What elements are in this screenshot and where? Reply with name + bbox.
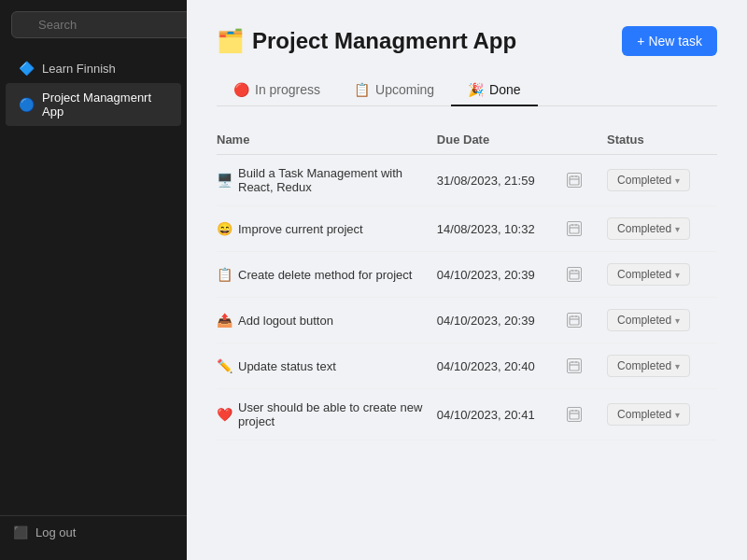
sidebar-footer: ⬛ Log out xyxy=(0,515,187,549)
col-cal-header xyxy=(567,125,607,155)
sidebar-item-label-project-management: Project Managmenrt App xyxy=(42,91,168,119)
sidebar-nav: 🔷 Learn Finnish 🔵 Project Managmenrt App xyxy=(0,49,187,515)
task-status-cell: Completed ▾ xyxy=(607,389,717,441)
col-date-header: Due Date xyxy=(437,125,567,155)
table-row: 📋 Create delete method for project 04/10… xyxy=(217,252,717,298)
task-date: 14/08/2023, 10:32 xyxy=(437,206,567,252)
svg-rect-0 xyxy=(570,176,579,185)
task-name: Build a Task Management with React, Redu… xyxy=(238,166,426,194)
sidebar-search-area: 🔍 + xyxy=(0,11,187,49)
table-row: ❤️ User should be able to create new pro… xyxy=(217,389,717,441)
task-emoji: 📋 xyxy=(217,267,233,282)
task-emoji: ✏️ xyxy=(217,358,233,373)
sidebar-item-icon-project-management: 🔵 xyxy=(19,97,35,112)
tab-label-in-progress: In progress xyxy=(255,82,320,97)
logout-button[interactable]: ⬛ Log out xyxy=(13,525,174,539)
tab-icon-in-progress: 🔴 xyxy=(233,82,249,97)
sidebar: 🔍 + 🔷 Learn Finnish 🔵 Project Managmenrt… xyxy=(0,0,187,560)
status-badge[interactable]: Completed ▾ xyxy=(607,403,690,426)
status-badge[interactable]: Completed ▾ xyxy=(607,355,690,377)
task-status-cell: Completed ▾ xyxy=(607,155,717,206)
task-date: 04/10/2023, 20:39 xyxy=(437,252,567,298)
task-emoji: 📤 xyxy=(217,313,233,328)
tab-label-upcoming: Upcoming xyxy=(375,82,434,97)
new-task-button[interactable]: + New task xyxy=(622,26,717,56)
status-badge[interactable]: Completed ▾ xyxy=(607,309,690,331)
table-body: 🖥️ Build a Task Management with React, R… xyxy=(217,155,717,441)
task-name: Create delete method for project xyxy=(238,268,412,282)
sidebar-item-icon-learn-finnish: 🔷 xyxy=(19,61,35,76)
task-cal-icon[interactable] xyxy=(567,389,607,441)
task-cal-icon[interactable] xyxy=(567,155,607,206)
project-title-text: Project Managmenrt App xyxy=(252,28,516,54)
tab-done[interactable]: 🎉 Done xyxy=(451,75,537,106)
tab-icon-done: 🎉 xyxy=(468,82,484,97)
col-name-header: Name xyxy=(217,125,437,155)
calendar-icon[interactable] xyxy=(567,358,582,373)
task-status-cell: Completed ▾ xyxy=(607,206,717,252)
logout-icon: ⬛ xyxy=(13,525,28,539)
table-row: 📤 Add logout button 04/10/2023, 20:39 xyxy=(217,298,717,343)
main-content: 🗂️ Project Managmenrt App + New task 🔴 I… xyxy=(187,0,747,560)
task-name-cell: 🖥️ Build a Task Management with React, R… xyxy=(217,155,437,206)
task-name: User should be able to create new projec… xyxy=(238,400,426,428)
task-status-cell: Completed ▾ xyxy=(607,252,717,298)
project-title: 🗂️ Project Managmenrt App xyxy=(217,28,516,54)
status-label: Completed xyxy=(617,408,671,421)
main-header: 🗂️ Project Managmenrt App + New task xyxy=(217,26,717,56)
col-status-header: Status xyxy=(607,125,717,155)
calendar-icon[interactable] xyxy=(567,173,582,188)
task-cal-icon[interactable] xyxy=(567,343,607,389)
task-name: Update status text xyxy=(238,359,336,373)
svg-rect-16 xyxy=(570,362,579,371)
svg-rect-20 xyxy=(570,411,579,419)
task-cal-icon[interactable] xyxy=(567,252,607,298)
task-name-cell: 📤 Add logout button xyxy=(217,298,437,343)
task-cal-icon[interactable] xyxy=(567,206,607,252)
task-name-cell: ✏️ Update status text xyxy=(217,343,437,389)
calendar-icon[interactable] xyxy=(567,267,582,282)
status-label: Completed xyxy=(617,359,671,372)
sidebar-item-learn-finnish[interactable]: 🔷 Learn Finnish xyxy=(6,53,181,83)
task-name: Improve current project xyxy=(238,222,363,236)
task-status-cell: Completed ▾ xyxy=(607,298,717,343)
status-label: Completed xyxy=(617,174,671,187)
tab-in-progress[interactable]: 🔴 In progress xyxy=(217,75,337,106)
tab-label-done: Done xyxy=(489,82,520,97)
task-name-cell: 😄 Improve current project xyxy=(217,206,437,252)
sidebar-item-label-learn-finnish: Learn Finnish xyxy=(42,62,116,76)
search-wrapper: 🔍 xyxy=(11,11,205,38)
tabs: 🔴 In progress 📋 Upcoming 🎉 Done xyxy=(217,75,717,106)
status-label: Completed xyxy=(617,314,671,327)
table-header-row: Name Due Date Status xyxy=(217,125,717,155)
project-icon: 🗂️ xyxy=(217,28,245,54)
status-label: Completed xyxy=(617,222,671,235)
chevron-down-icon: ▾ xyxy=(675,270,680,280)
task-emoji: 😄 xyxy=(217,221,233,236)
chevron-down-icon: ▾ xyxy=(675,175,680,186)
chevron-down-icon: ▾ xyxy=(675,315,680,326)
svg-rect-4 xyxy=(570,225,579,233)
task-date: 04/10/2023, 20:39 xyxy=(437,298,567,343)
table-head: Name Due Date Status xyxy=(217,125,717,155)
status-badge[interactable]: Completed ▾ xyxy=(607,169,690,191)
status-badge[interactable]: Completed ▾ xyxy=(607,263,690,286)
logout-label: Log out xyxy=(35,525,76,539)
status-label: Completed xyxy=(617,268,671,281)
status-badge[interactable]: Completed ▾ xyxy=(607,217,690,240)
calendar-icon[interactable] xyxy=(567,221,582,236)
chevron-down-icon: ▾ xyxy=(675,224,680,234)
task-name-cell: ❤️ User should be able to create new pro… xyxy=(217,389,437,441)
tab-upcoming[interactable]: 📋 Upcoming xyxy=(337,75,451,106)
calendar-icon[interactable] xyxy=(567,407,582,422)
sidebar-item-project-management[interactable]: 🔵 Project Managmenrt App xyxy=(6,83,181,126)
search-input[interactable] xyxy=(11,11,205,38)
svg-rect-8 xyxy=(570,271,579,279)
task-cal-icon[interactable] xyxy=(567,298,607,343)
task-date: 31/08/2023, 21:59 xyxy=(437,155,567,206)
calendar-icon[interactable] xyxy=(567,313,582,328)
task-table: Name Due Date Status 🖥️ Build a Task Man… xyxy=(217,125,717,441)
task-date: 04/10/2023, 20:41 xyxy=(437,389,567,441)
task-emoji: ❤️ xyxy=(217,407,233,422)
task-emoji: 🖥️ xyxy=(217,173,233,188)
